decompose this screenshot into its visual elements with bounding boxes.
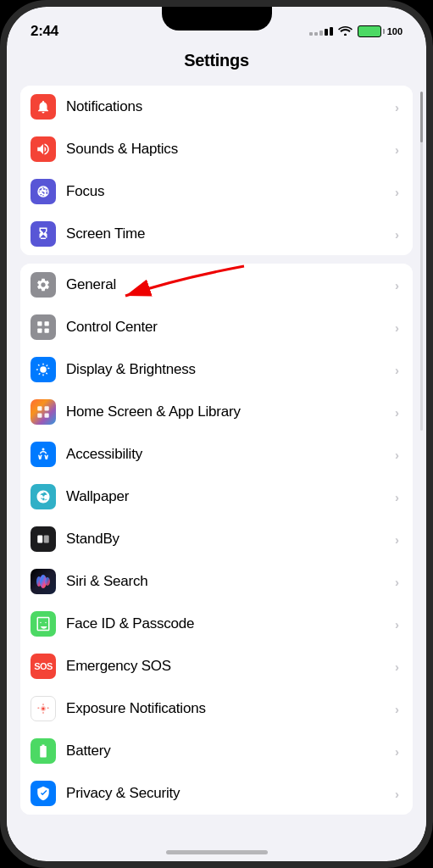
settings-row-siri[interactable]: Siri & Search › [20,560,413,603]
display-chevron: › [395,363,399,377]
display-label: Display & Brightness [66,361,395,378]
volume-down-button[interactable] [0,181,3,212]
settings-row-sounds[interactable]: Sounds & Haptics › [20,128,413,170]
general-icon-wrap [31,272,56,298]
settings-row-faceid[interactable]: Face ID & Passcode › [20,603,413,645]
battery-icon-wrap [31,738,56,764]
home-indicator [166,850,268,854]
settings-row-notifications[interactable]: Notifications › [20,86,413,128]
exposure-label: Exposure Notifications [66,700,395,717]
emergency-icon-wrap: SOS [31,654,56,679]
sos-text: SOS [34,661,53,671]
battery-status: 100 [358,25,402,37]
volume-up-button[interactable] [0,142,3,173]
standby-icon-wrap [31,526,56,552]
settings-group-2: General › Control Center › [20,264,413,815]
svg-rect-5 [37,406,42,410]
mute-button[interactable] [0,108,3,132]
privacy-chevron: › [395,787,399,801]
settings-row-battery[interactable]: Battery › [20,730,413,772]
svg-point-16 [42,708,45,710]
notifications-chevron: › [395,100,399,114]
privacy-icon-wrap [31,781,56,806]
home-screen-chevron: › [395,405,399,420]
focus-label: Focus [66,183,395,200]
settings-row-accessibility[interactable]: Accessibility › [20,433,413,476]
accessibility-chevron: › [395,448,399,462]
settings-row-focus[interactable]: Focus › [20,170,413,213]
wallpaper-label: Wallpaper [66,488,395,505]
svg-rect-3 [37,329,42,333]
control-center-label: Control Center [66,319,395,336]
svg-rect-8 [45,414,49,418]
svg-point-14 [45,577,50,586]
status-icons: 100 [309,25,402,38]
standby-chevron: › [395,532,399,547]
home-screen-icon-wrap [31,399,56,425]
battery-chevron: › [395,744,399,759]
navigation-bar: Settings [7,47,426,81]
settings-row-general[interactable]: General › [20,264,413,306]
settings-row-screen-time[interactable]: Screen Time › [20,213,413,255]
sounds-label: Sounds & Haptics [66,141,395,158]
scrollbar-track[interactable] [420,92,423,431]
settings-row-emergency[interactable]: SOS Emergency SOS › [20,645,413,687]
settings-row-display[interactable]: Display & Brightness › [20,348,413,391]
status-time: 2:44 [31,23,58,40]
faceid-label: Face ID & Passcode [66,615,395,632]
accessibility-icon-wrap [31,442,56,467]
settings-row-home-screen[interactable]: Home Screen & App Library › [20,391,413,433]
faceid-chevron: › [395,617,399,632]
faceid-icon-wrap [31,611,56,637]
control-center-chevron: › [395,320,399,335]
phone-frame: 2:44 [0,0,433,868]
general-label: General [66,276,395,293]
battery-label: Battery [66,743,395,760]
standby-label: StandBy [66,531,395,548]
accessibility-label: Accessibility [66,446,395,463]
exposure-chevron: › [395,702,399,716]
siri-icon-wrap [31,569,56,594]
notch [162,7,272,31]
signal-icon [309,27,333,36]
settings-row-exposure[interactable]: Exposure Notifications › [20,687,413,730]
settings-row-control-center[interactable]: Control Center › [20,306,413,348]
settings-content[interactable]: Notifications › Sounds & Haptics › [7,81,426,850]
settings-row-wallpaper[interactable]: Wallpaper › [20,476,413,518]
svg-rect-4 [45,329,49,333]
sounds-icon-wrap [31,136,56,162]
scrollbar-thumb[interactable] [420,92,423,142]
settings-row-privacy[interactable]: Privacy & Security › [20,772,413,815]
settings-group-1: Notifications › Sounds & Haptics › [20,86,413,255]
svg-rect-6 [45,406,49,410]
emergency-chevron: › [395,659,399,674]
control-center-icon-wrap [31,314,56,340]
emergency-label: Emergency SOS [66,658,395,675]
notifications-icon-wrap [31,94,56,120]
svg-rect-10 [37,536,42,543]
focus-icon-wrap [31,179,56,204]
wallpaper-chevron: › [395,490,399,504]
screen-time-label: Screen Time [66,225,395,242]
sounds-chevron: › [395,142,399,157]
svg-rect-11 [44,536,49,543]
display-icon-wrap [31,357,56,382]
notifications-label: Notifications [66,98,395,115]
general-chevron: › [395,278,399,292]
battery-percent: 100 [387,26,402,36]
svg-rect-2 [45,321,49,326]
settings-row-standby[interactable]: StandBy › [20,518,413,560]
siri-label: Siri & Search [66,573,395,590]
privacy-label: Privacy & Security [66,785,395,802]
screen-time-chevron: › [395,227,399,242]
screen-time-icon-wrap [31,221,56,247]
wifi-icon [338,25,353,38]
siri-chevron: › [395,575,399,589]
phone-screen: 2:44 [7,7,426,861]
svg-rect-1 [37,321,42,326]
exposure-icon-wrap [31,696,56,721]
page-title: Settings [184,51,249,70]
svg-rect-7 [37,414,42,418]
home-screen-label: Home Screen & App Library [66,403,395,420]
wallpaper-icon-wrap [31,484,56,509]
